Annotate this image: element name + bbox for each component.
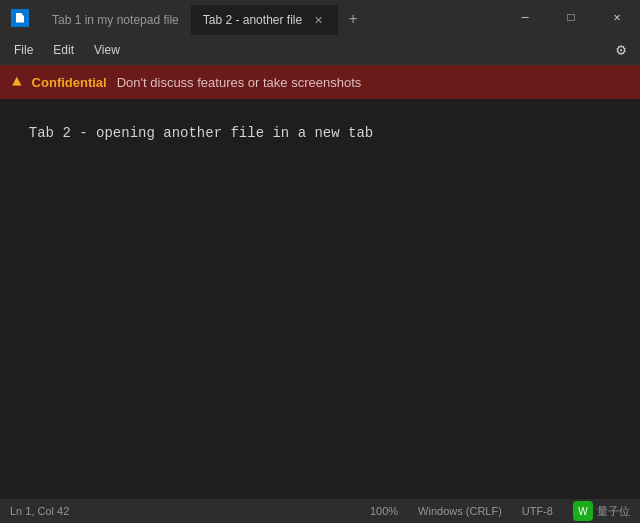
line-ending: Windows (CRLF) bbox=[418, 505, 502, 517]
banner-bold-label: Confidential bbox=[32, 75, 107, 90]
tab-2-label: Tab 2 - another file bbox=[203, 13, 302, 27]
minimize-button[interactable]: ─ bbox=[502, 0, 548, 35]
status-right: 100% Windows (CRLF) UTF-8 W 量子位 bbox=[370, 501, 630, 521]
menu-bar: File Edit View ⚙ bbox=[0, 35, 640, 65]
settings-button[interactable]: ⚙ bbox=[606, 35, 636, 65]
tab-2[interactable]: Tab 2 - another file ✕ bbox=[191, 5, 338, 35]
menu-view[interactable]: View bbox=[84, 39, 130, 61]
wechat-icon: W bbox=[573, 501, 593, 521]
app-icon bbox=[0, 0, 40, 35]
editor-content: Tab 2 - opening another file in a new ta… bbox=[29, 125, 373, 141]
tab-2-close[interactable]: ✕ bbox=[310, 12, 326, 28]
warning-icon: ▲ bbox=[12, 73, 22, 91]
window-controls: ─ □ ✕ bbox=[502, 0, 640, 35]
menu-edit[interactable]: Edit bbox=[43, 39, 84, 61]
menu-file[interactable]: File bbox=[4, 39, 43, 61]
tabs-area: Tab 1 in my notepad file Tab 2 - another… bbox=[40, 0, 502, 35]
confidential-banner: ▲ Confidential Don't discuss features or… bbox=[0, 65, 640, 99]
add-tab-button[interactable]: + bbox=[338, 5, 368, 35]
editor-area[interactable]: Tab 2 - opening another file in a new ta… bbox=[0, 99, 640, 499]
encoding: UTF-8 bbox=[522, 505, 553, 517]
close-button[interactable]: ✕ bbox=[594, 0, 640, 35]
zoom-level: 100% bbox=[370, 505, 398, 517]
title-bar: Tab 1 in my notepad file Tab 2 - another… bbox=[0, 0, 640, 35]
tab-1[interactable]: Tab 1 in my notepad file bbox=[40, 5, 191, 35]
wechat-badge: W 量子位 bbox=[573, 501, 630, 521]
banner-description: Don't discuss features or take screensho… bbox=[117, 75, 362, 90]
cursor-position: Ln 1, Col 42 bbox=[10, 505, 69, 517]
tab-1-label: Tab 1 in my notepad file bbox=[52, 13, 179, 27]
wechat-label: 量子位 bbox=[597, 504, 630, 519]
status-bar: Ln 1, Col 42 100% Windows (CRLF) UTF-8 W… bbox=[0, 499, 640, 523]
maximize-button[interactable]: □ bbox=[548, 0, 594, 35]
app-icon-inner bbox=[11, 9, 29, 27]
